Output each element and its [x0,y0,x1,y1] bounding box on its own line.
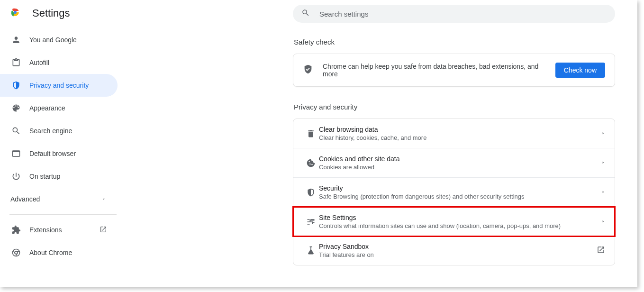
search-icon [301,9,319,19]
trash-icon [303,129,319,138]
row-desc: Controls what information sites can use … [319,222,601,229]
sidebar-item-appearance[interactable]: Appearance [0,97,118,119]
safety-check-card: Chrome can help keep you safe from data … [293,54,615,87]
check-now-button[interactable]: Check now [555,63,605,78]
person-icon [11,35,29,45]
sidebar-item-privacy-security[interactable]: Privacy and security [0,74,118,97]
row-site-settings[interactable]: Site Settings Controls what information … [293,207,615,236]
advanced-label: Advanced [10,195,40,203]
page-title: Settings [32,7,70,19]
sidebar-item-label: Search engine [29,127,72,135]
sidebar-item-label: Privacy and security [29,82,89,89]
row-title: Cookies and other site data [319,155,601,163]
search-icon [11,126,29,136]
sidebar-item-label: On startup [29,173,60,180]
sidebar-item-default-browser[interactable]: Default browser [0,142,118,165]
sidebar-item-about-chrome[interactable]: About Chrome [0,241,118,264]
search-placeholder: Search settings [319,10,368,18]
row-desc: Clear history, cookies, cache, and more [319,134,601,141]
row-privacy-sandbox[interactable]: Privacy Sandbox Trial features are on [293,236,615,265]
divider [9,214,117,215]
palette-icon [11,103,29,113]
row-title: Security [319,184,601,192]
external-link-icon [597,246,605,256]
external-link-icon [100,226,107,235]
row-desc: Cookies are allowed [319,164,601,171]
sliders-icon [303,217,319,227]
row-desc: Safe Browsing (protection from dangerous… [319,193,601,200]
row-title: Clear browsing data [319,126,601,133]
sidebar-item-extensions[interactable]: Extensions [0,219,118,241]
safety-check-title: Safety check [293,38,615,46]
sidebar-item-label: Default browser [29,150,76,157]
chevron-right-icon [601,188,605,197]
safety-text: Chrome can help keep you safe from data … [323,63,555,78]
chrome-outline-icon [11,248,29,257]
shield-check-icon [303,64,313,76]
cookie-icon [303,158,319,168]
chevron-right-icon [601,129,605,138]
sidebar-item-autofill[interactable]: Autofill [0,51,118,74]
sidebar-item-you-and-google[interactable]: You and Google [0,28,118,51]
flask-icon [303,246,319,256]
shield-icon [11,81,29,90]
search-input[interactable]: Search settings [293,5,615,23]
browser-icon [11,149,29,158]
clipboard-icon [11,58,29,67]
sidebar-item-label: Appearance [29,104,65,112]
row-desc: Trial features are on [319,251,597,258]
sidebar: You and Google Autofill Privacy and secu… [0,28,118,264]
chevron-right-icon [601,218,605,226]
sidebar-item-label: Autofill [29,59,49,66]
sidebar-advanced[interactable]: Advanced [0,188,118,210]
chevron-right-icon [601,159,605,167]
shield-icon [303,188,319,197]
content: Safety check Chrome can help keep you sa… [293,38,615,265]
row-security[interactable]: Security Safe Browsing (protection from … [293,178,615,207]
power-icon [11,172,29,181]
chrome-logo-icon [9,7,32,20]
sidebar-item-search-engine[interactable]: Search engine [0,119,118,142]
row-title: Privacy Sandbox [319,243,597,250]
row-cookies[interactable]: Cookies and other site data Cookies are … [293,148,615,178]
chevron-down-icon [101,195,106,203]
privacy-section-title: Privacy and security [293,103,615,111]
sidebar-item-label: You and Google [29,36,77,44]
extension-icon [11,225,29,235]
row-title: Site Settings [319,214,601,221]
extensions-label: Extensions [29,226,62,234]
row-clear-browsing-data[interactable]: Clear browsing data Clear history, cooki… [293,119,615,148]
sidebar-item-on-startup[interactable]: On startup [0,165,118,188]
about-label: About Chrome [29,249,72,256]
privacy-list: Clear browsing data Clear history, cooki… [293,119,615,265]
